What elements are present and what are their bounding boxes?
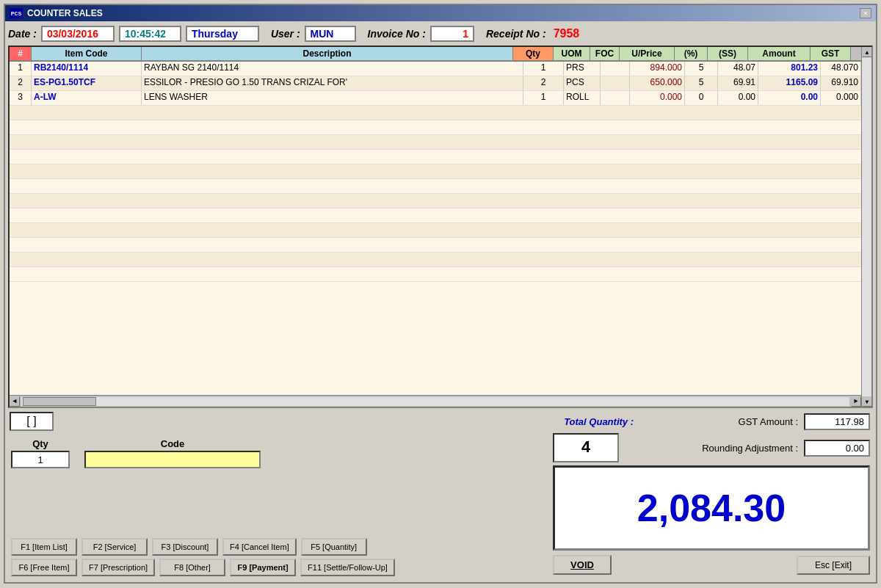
f7-prescription-button[interactable]: F7 [Prescription] [81,559,155,576]
f1-item-list-button[interactable]: F1 [Item List] [11,538,77,556]
scroll-up-arrow[interactable]: ▲ [862,47,871,57]
row2-code[interactable]: ES-PG1.50TCF [32,76,142,90]
f5-quantity-button[interactable]: F5 [Quantity] [301,538,367,556]
row3-desc: LENS WASHER [142,91,523,105]
row3-uom: ROLL [564,91,601,105]
row2-uprice: 650.000 [630,76,685,90]
date-label: Date : [8,28,37,40]
close-button[interactable]: ✕ [860,8,871,18]
row1-ss: 48.07 [718,62,758,76]
row2-gst: 69.910 [821,76,861,90]
f11-settle-button[interactable]: F11 [Settle/Follow-Up] [300,559,395,576]
table-body: 1 RB2140/1114 RAYBAN SG 2140/1114 1 PRS … [10,62,861,395]
col-uprice: U/Price [620,47,675,60]
qty-input[interactable] [11,451,70,468]
row1-uom: PRS [564,62,601,76]
app-window: PCS COUNTER SALES ✕ Date : 03/03/2016 10… [4,4,877,584]
f9-payment-button[interactable]: F9 [Payment] [230,559,296,576]
rounding-row: Rounding Adjustment : 0.00 [625,440,870,457]
void-button[interactable]: VOID [553,555,612,575]
total-qty-value: 4 [553,433,619,462]
col-pct: (%) [675,47,708,60]
code-label: Code [84,438,261,449]
table-row-empty [10,150,861,164]
bottom-section: [ ] Qty Code F1 [Item List] F2 [Ser [8,410,873,579]
row1-amount: 801.23 [758,62,821,76]
table-row-empty [10,120,861,135]
f2-service-button[interactable]: F2 [Service] [81,538,148,556]
col-num: # [10,47,32,60]
row3-code[interactable]: A-LW [32,91,142,105]
right-bottom: Total Quantity : GST Amount : 117.98 4 R… [550,410,873,579]
col-gst: GST [811,47,851,60]
row1-desc: RAYBAN SG 2140/1114 [142,62,523,76]
table-row: 2 ES-PG1.50TCF ESSILOR - PRESIO GO 1.50 … [10,76,861,91]
col-qty: Qty [513,47,554,60]
row1-gst: 48.070 [821,62,861,76]
scroll-track [862,57,871,396]
receipt-label: Receipt No : [486,28,546,40]
barcode-display: [ ] [10,412,54,431]
f8-other-button[interactable]: F8 [Other] [159,559,225,576]
grand-total-box: 2,084.30 [553,465,870,551]
code-input[interactable] [84,451,261,468]
scrollbar-track[interactable] [21,397,849,406]
row2-num: 2 [10,76,32,90]
f6-free-item-button[interactable]: F6 [Free Item] [11,559,77,576]
table-row-empty [10,164,861,179]
table-row-empty [10,238,861,253]
row3-uprice: 0.000 [630,91,685,105]
barcode-row: [ ] [8,410,544,432]
f3-discount-button[interactable]: F3 [Discount] [152,538,218,556]
qty-group: Qty [11,438,70,468]
row3-num: 3 [10,91,32,105]
table-row-empty [10,106,861,120]
user-label: User : [271,28,300,40]
scrollbar-thumb[interactable] [23,397,96,406]
time-value: 10:45:42 [119,26,181,42]
exit-button[interactable]: Esc [Exit] [797,556,870,575]
row2-amount: 1165.09 [758,76,821,90]
button-row-2: F6 [Free Item] F7 [Prescription] F8 [Oth… [11,559,541,576]
totals-area: Total Quantity : GST Amount : 117.98 4 R… [553,413,870,462]
main-content: Date : 03/03/2016 10:45:42 Thursday User… [5,21,876,582]
void-exit-row: VOID Esc [Exit] [553,553,870,576]
invoice-label: Invoice No : [368,28,426,40]
horizontal-scrollbar[interactable]: ◄ ► [10,395,861,407]
qty-label: Qty [11,438,70,449]
table-header: # Item Code Description Qty UOM FOC U/Pr… [10,47,861,62]
button-rows: F1 [Item List] F2 [Service] F3 [Discount… [8,535,544,579]
table-row-empty [10,194,861,208]
row2-desc: ESSILOR - PRESIO GO 1.50 TRANS CRIZAL FO… [142,76,523,90]
row3-ss: 0.00 [718,91,758,105]
row1-code[interactable]: RB2140/1114 [32,62,142,76]
invoice-value: 1 [430,26,474,42]
gst-amount-value: 117.98 [804,413,870,430]
header-row: Date : 03/03/2016 10:45:42 Thursday User… [8,24,873,43]
table-row: 1 RB2140/1114 RAYBAN SG 2140/1114 1 PRS … [10,62,861,76]
gst-amount-label: GST Amount : [681,416,798,427]
left-bottom: [ ] Qty Code F1 [Item List] F2 [Ser [8,410,544,579]
f4-cancel-item-button[interactable]: F4 [Cancel Item] [222,538,297,556]
row2-foc [601,76,630,90]
day-value: Thursday [186,26,259,42]
table-row-empty [10,223,861,238]
code-group: Code [84,438,261,468]
table-row-empty [10,267,861,282]
row2-ss: 69.91 [718,76,758,90]
vertical-scrollbar[interactable]: ▲ ▼ [861,47,871,407]
table-row-empty [10,208,861,223]
table-row: 3 A-LW LENS WASHER 1 ROLL 0.000 0 0.00 0… [10,91,861,106]
row2-uom: PCS [564,76,601,90]
col-item-code: Item Code [32,47,142,60]
col-uom: UOM [554,47,590,60]
scroll-down-arrow[interactable]: ▼ [862,396,871,407]
col-foc: FOC [590,47,620,60]
row3-qty: 1 [523,91,564,105]
row3-amount: 0.00 [758,91,821,105]
button-row-1: F1 [Item List] F2 [Service] F3 [Discount… [11,538,541,556]
table-row-empty [10,253,861,267]
app-logo: PCS [10,8,23,18]
row1-num: 1 [10,62,32,76]
rounding-label: Rounding Adjustment : [681,443,798,454]
